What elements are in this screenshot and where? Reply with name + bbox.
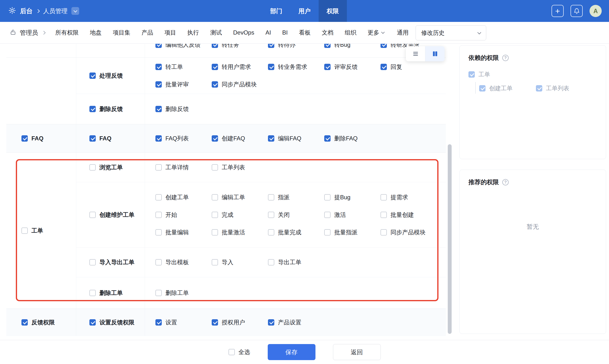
permission-item[interactable]: 编辑工单 — [212, 194, 268, 201]
tab-execution[interactable]: 执行 — [187, 29, 199, 37]
tab-testing[interactable]: 测试 — [210, 29, 222, 37]
checkbox[interactable] — [212, 64, 218, 70]
tab-more[interactable]: 更多 — [368, 29, 384, 37]
permission-item[interactable]: 转待办 — [268, 44, 324, 49]
help-icon[interactable]: ? — [502, 179, 509, 185]
checkbox[interactable] — [89, 212, 96, 218]
brand-title[interactable]: 后台 — [20, 7, 33, 15]
checkbox[interactable] — [212, 44, 218, 48]
tab-bi[interactable]: BI — [282, 29, 288, 36]
checkbox[interactable] — [324, 229, 331, 235]
checkbox[interactable] — [89, 319, 96, 325]
checkbox[interactable] — [155, 194, 162, 200]
tab-ai[interactable]: AI — [265, 29, 271, 36]
checkbox[interactable] — [89, 73, 96, 79]
checkbox[interactable] — [479, 85, 485, 91]
checkbox[interactable] — [324, 44, 331, 48]
tab-territory[interactable]: 地盘 — [90, 29, 102, 37]
permission-item[interactable]: 批量指派 — [324, 228, 381, 236]
save-button[interactable]: 保存 — [268, 344, 316, 360]
back-button[interactable]: 返回 — [333, 344, 381, 360]
tab-project[interactable]: 项目 — [165, 29, 176, 37]
group-item[interactable]: 浏览工单 — [89, 164, 123, 171]
group-item[interactable]: 删除工单 — [89, 289, 123, 297]
settings-gear-icon[interactable] — [8, 7, 16, 15]
checkbox[interactable] — [381, 212, 387, 218]
checkbox[interactable] — [536, 85, 542, 91]
nav-tab-users[interactable]: 用户 — [290, 0, 319, 22]
tab-all-permissions[interactable]: 所有权限 — [55, 29, 79, 37]
checkbox[interactable] — [268, 212, 274, 218]
permission-item[interactable]: 产品设置 — [268, 318, 324, 326]
tab-kanban[interactable]: 看板 — [299, 29, 311, 37]
add-button[interactable]: + — [552, 5, 564, 17]
checkbox[interactable] — [155, 212, 162, 218]
permission-item[interactable]: 转工单 — [155, 63, 212, 71]
permission-item[interactable]: 导出工单 — [268, 258, 324, 266]
nav-tab-permissions[interactable]: 权限 — [319, 0, 347, 22]
permission-item[interactable]: 创建FAQ — [212, 135, 268, 142]
checkbox[interactable] — [381, 194, 387, 200]
checkbox[interactable] — [268, 44, 274, 48]
tab-program[interactable]: 项目集 — [113, 29, 130, 37]
checkbox[interactable] — [212, 194, 218, 200]
permission-item[interactable]: 工单列表 — [212, 164, 268, 171]
columns-view-button[interactable] — [425, 46, 444, 61]
permission-item[interactable]: 编辑FAQ — [268, 135, 324, 142]
permission-item[interactable]: 批量完成 — [268, 228, 324, 236]
checkbox[interactable] — [155, 319, 162, 325]
nav-tab-departments[interactable]: 部门 — [262, 0, 290, 22]
permission-item[interactable]: 指派 — [268, 194, 324, 201]
permission-item[interactable]: 导入 — [212, 258, 268, 266]
checkbox[interactable] — [268, 229, 274, 235]
permission-item[interactable]: 创建工单 — [155, 194, 212, 201]
select-all-item[interactable]: 全选 — [228, 348, 250, 356]
permission-item[interactable]: 删除反馈 — [155, 105, 212, 113]
checkbox[interactable] — [324, 194, 331, 200]
group-item[interactable]: 处理反馈 — [89, 72, 123, 79]
permission-item[interactable]: 批量评审 — [155, 80, 212, 88]
breadcrumb-dropdown-button[interactable] — [71, 7, 79, 15]
tab-general[interactable]: 通用 — [397, 29, 409, 37]
permission-item[interactable]: 工单详情 — [155, 164, 212, 171]
permission-item[interactable]: 编辑他人反馈 — [155, 44, 212, 49]
group-item[interactable]: 导入导出工单 — [89, 258, 135, 266]
checkbox[interactable] — [268, 135, 274, 142]
module-item[interactable]: 工单 — [21, 227, 43, 234]
checkbox[interactable] — [324, 64, 331, 70]
select-all-checkbox[interactable] — [228, 349, 235, 355]
checkbox[interactable] — [212, 229, 218, 235]
checkbox[interactable] — [268, 194, 274, 200]
permission-item[interactable]: 授权用户 — [212, 318, 268, 326]
tab-docs[interactable]: 文档 — [322, 29, 333, 37]
history-select[interactable]: 修改历史 — [415, 25, 486, 40]
breadcrumb[interactable]: 人员管理 — [43, 7, 68, 15]
role-breadcrumb[interactable]: 管理员 — [20, 29, 38, 37]
permission-item[interactable]: 提需求 — [381, 194, 437, 201]
permission-item[interactable]: 删除FAQ — [324, 135, 381, 142]
checkbox[interactable] — [381, 229, 387, 235]
checkbox[interactable] — [155, 135, 162, 142]
checkbox[interactable] — [212, 164, 218, 170]
permission-item[interactable]: 设置 — [155, 318, 212, 326]
checkbox[interactable] — [268, 64, 274, 70]
checkbox[interactable] — [268, 259, 274, 265]
checkbox[interactable] — [21, 319, 28, 325]
permission-item[interactable]: 回复 — [381, 63, 437, 71]
checkbox[interactable] — [212, 212, 218, 218]
group-item[interactable]: 删除反馈 — [89, 105, 123, 113]
tab-product[interactable]: 产品 — [141, 29, 153, 37]
checkbox[interactable] — [155, 81, 162, 88]
checkbox[interactable] — [469, 71, 475, 78]
tab-devops[interactable]: DevOps — [233, 29, 254, 36]
permission-item[interactable]: 转用户需求 — [212, 63, 268, 71]
checkbox[interactable] — [212, 135, 218, 142]
dependent-child-item[interactable]: 创建工单 — [479, 84, 512, 92]
permission-item[interactable]: 评审反馈 — [324, 63, 381, 71]
checkbox[interactable] — [89, 164, 96, 170]
checkbox[interactable] — [212, 319, 218, 325]
module-item[interactable]: 反馈权限 — [21, 318, 55, 326]
checkbox[interactable] — [21, 228, 28, 234]
checkbox[interactable] — [212, 81, 218, 88]
vertical-scrollbar[interactable] — [448, 144, 452, 334]
